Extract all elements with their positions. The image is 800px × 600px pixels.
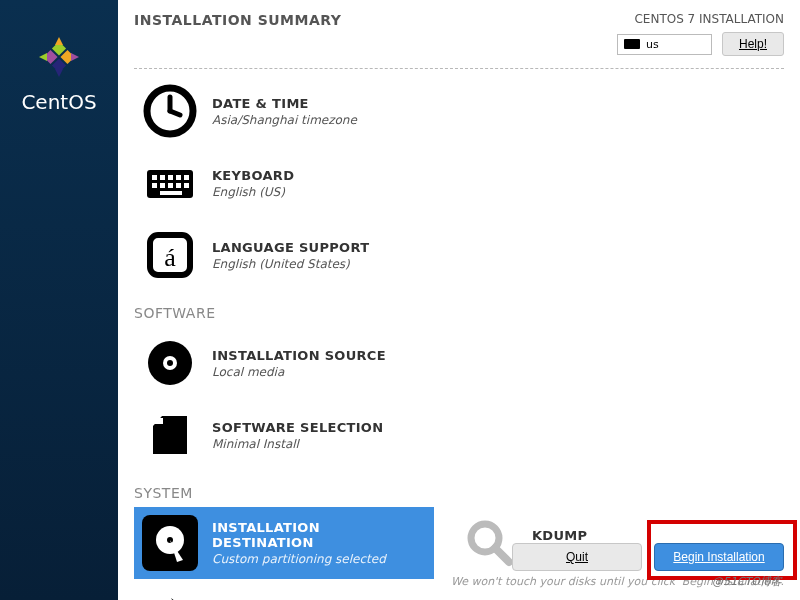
svg-rect-16 <box>176 183 181 188</box>
keyboard-mini-icon <box>624 39 640 49</box>
watermark: @51CTO博客 <box>712 574 782 589</box>
spoke-title: KEYBOARD <box>212 168 446 183</box>
svg-rect-8 <box>152 175 157 180</box>
begin-installation-button[interactable]: Begin Installation <box>654 543 784 571</box>
svg-rect-10 <box>168 175 173 180</box>
svg-rect-24 <box>155 418 163 424</box>
svg-line-6 <box>170 111 180 115</box>
footer-notice: We won't touch your disks until you clic… <box>134 575 784 588</box>
spoke-language[interactable]: á LANGUAGE SUPPORT English (United State… <box>134 219 454 291</box>
spoke-status: Local media <box>212 365 446 379</box>
svg-rect-11 <box>176 175 181 180</box>
section-title-software: SOFTWARE <box>134 305 784 321</box>
centos-logo-icon <box>34 32 84 82</box>
section-title-system: SYSTEM <box>134 485 784 501</box>
header-right: CENTOS 7 INSTALLATION us Help! <box>617 12 784 56</box>
svg-rect-14 <box>160 183 165 188</box>
keyboard-indicator-text: us <box>646 38 659 51</box>
svg-rect-17 <box>184 183 189 188</box>
svg-text:á: á <box>164 243 176 272</box>
spoke-keyboard[interactable]: KEYBOARD English (US) <box>134 147 454 219</box>
svg-rect-15 <box>168 183 173 188</box>
keyboard-indicator[interactable]: us <box>617 34 712 55</box>
svg-rect-13 <box>152 183 157 188</box>
quit-button[interactable]: Quit <box>512 543 642 571</box>
main-content: INSTALLATION SUMMARY CENTOS 7 INSTALLATI… <box>118 0 800 600</box>
brand-text: CentOS <box>21 90 96 114</box>
spoke-datetime[interactable]: DATE & TIME Asia/Shanghai timezone <box>134 75 454 147</box>
svg-rect-12 <box>184 175 189 180</box>
installer-title: CENTOS 7 INSTALLATION <box>617 12 784 26</box>
spoke-status: Minimal Install <box>212 437 446 451</box>
keyboard-icon <box>142 155 198 211</box>
help-button[interactable]: Help! <box>722 32 784 56</box>
sidebar: CentOS <box>0 0 118 600</box>
spoke-title: SOFTWARE SELECTION <box>212 420 446 435</box>
page-title: INSTALLATION SUMMARY <box>134 12 341 28</box>
footer: Quit Begin Installation We won't touch y… <box>118 533 800 600</box>
spoke-title: LANGUAGE SUPPORT <box>212 240 446 255</box>
divider <box>134 68 784 69</box>
disc-icon <box>142 335 198 391</box>
svg-rect-18 <box>160 191 182 195</box>
clock-icon <box>142 83 198 139</box>
svg-point-23 <box>167 360 173 366</box>
spoke-title: INSTALLATION SOURCE <box>212 348 446 363</box>
spoke-software[interactable]: SOFTWARE SELECTION Minimal Install <box>134 399 454 471</box>
spoke-status: English (US) <box>212 185 446 199</box>
spoke-status: Asia/Shanghai timezone <box>212 113 446 127</box>
package-icon <box>142 407 198 463</box>
svg-rect-9 <box>160 175 165 180</box>
spoke-status: English (United States) <box>212 257 446 271</box>
language-icon: á <box>142 227 198 283</box>
section-localization: DATE & TIME Asia/Shanghai timezone KEYBO… <box>118 75 800 600</box>
header: INSTALLATION SUMMARY CENTOS 7 INSTALLATI… <box>118 0 800 64</box>
spoke-title: DATE & TIME <box>212 96 446 111</box>
spoke-source[interactable]: INSTALLATION SOURCE Local media <box>134 327 454 399</box>
